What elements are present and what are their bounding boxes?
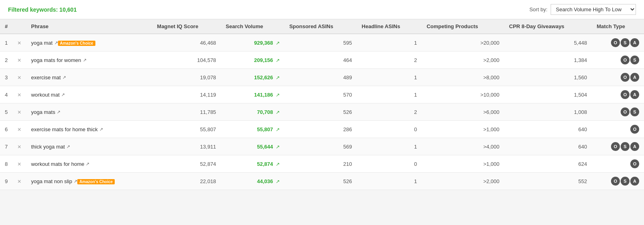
match-badge-o[interactable]: O	[621, 73, 630, 82]
magnet-score-cell: 13,911	[152, 138, 221, 155]
phrase-cell: yoga mats for women ↗	[26, 52, 152, 69]
external-link-icon: ↗	[74, 179, 77, 184]
remove-button[interactable]: ✕	[12, 121, 26, 138]
trend-icon: ↗	[274, 127, 279, 132]
close-icon[interactable]: ✕	[17, 144, 21, 150]
table-row: 5✕yoga mats ↗11,78570,708 ↗5262>6,0001,0…	[0, 103, 644, 121]
phrase-link[interactable]: yoga mats for women ↗	[31, 57, 86, 63]
table-header: # Phrase Magnet IQ Score Search Volume S…	[0, 19, 644, 34]
trend-icon: ↗	[274, 161, 279, 167]
row-number: 3	[0, 69, 12, 86]
close-icon[interactable]: ✕	[17, 179, 21, 184]
close-icon[interactable]: ✕	[17, 40, 21, 46]
col-header-num: #	[0, 19, 12, 34]
close-icon[interactable]: ✕	[17, 75, 21, 81]
match-badge-o[interactable]: O	[611, 177, 620, 186]
match-badge-o[interactable]: O	[621, 107, 630, 116]
phrase-cell: exercise mat ↗	[26, 69, 152, 86]
trend-icon: ↗	[274, 40, 279, 46]
close-icon[interactable]: ✕	[17, 92, 21, 98]
remove-button[interactable]: ✕	[12, 34, 26, 52]
match-badge-s[interactable]: S	[621, 142, 630, 151]
match-badge-s[interactable]: S	[630, 56, 639, 64]
phrase-link[interactable]: workout mats for home ↗	[31, 161, 89, 167]
phrase-link[interactable]: yoga mat ↗	[31, 40, 58, 46]
match-badge-a[interactable]: A	[630, 38, 639, 47]
remove-button[interactable]: ✕	[12, 52, 26, 69]
phrase-link[interactable]: exercise mat ↗	[31, 74, 66, 81]
remove-button[interactable]: ✕	[12, 103, 26, 121]
competing-products-cell: >1,000	[422, 121, 504, 138]
sort-select[interactable]: Search Volume High To Low Search Volume …	[551, 4, 636, 15]
match-badge-s[interactable]: S	[630, 107, 639, 116]
match-badge-o[interactable]: O	[630, 125, 639, 134]
volume-value: 152,626	[254, 74, 273, 81]
row-number: 7	[0, 138, 12, 155]
competing-products-cell: >10,000	[422, 86, 504, 103]
phrase-cell: thick yoga mat ↗	[26, 138, 152, 155]
competing-products-cell: >2,000	[422, 52, 504, 69]
volume-value: 209,156	[254, 57, 273, 63]
table-row: 8✕workout mats for home ↗52,87452,874 ↗2…	[0, 155, 644, 173]
close-icon[interactable]: ✕	[17, 109, 21, 115]
match-badge-o[interactable]: O	[621, 56, 630, 64]
match-badge-a[interactable]: A	[630, 142, 639, 151]
remove-button[interactable]: ✕	[12, 138, 26, 155]
phrase-link[interactable]: yoga mats ↗	[31, 109, 60, 115]
close-icon[interactable]: ✕	[17, 127, 21, 132]
phrase-link[interactable]: workout mat ↗	[31, 92, 65, 98]
col-header-remove	[12, 19, 26, 34]
trend-icon: ↗	[274, 144, 279, 150]
volume-value: 52,874	[257, 161, 273, 167]
headline-asins-cell: 0	[357, 155, 422, 173]
headline-asins-cell: 1	[357, 138, 422, 155]
magnet-score-cell: 55,807	[152, 121, 221, 138]
magnet-score-cell: 19,078	[152, 69, 221, 86]
table-row: 9✕yoga mat non slip ↗Amazon's Choice22,0…	[0, 173, 644, 190]
match-badge-s[interactable]: S	[621, 38, 630, 47]
remove-button[interactable]: ✕	[12, 86, 26, 103]
match-badge-a[interactable]: A	[630, 177, 639, 186]
magnet-score-cell: 11,785	[152, 103, 221, 121]
match-badge-a[interactable]: A	[630, 73, 639, 82]
competing-products-cell: >2,000	[422, 173, 504, 190]
match-badge-a[interactable]: A	[630, 90, 639, 99]
phrase-cell: workout mat ↗	[26, 86, 152, 103]
phrase-link[interactable]: thick yoga mat ↗	[31, 144, 70, 150]
close-icon[interactable]: ✕	[17, 161, 21, 167]
match-badge-o[interactable]: O	[611, 38, 620, 47]
match-type-cell: OSA	[592, 138, 644, 155]
match-type-cell: O	[592, 121, 644, 138]
headline-asins-cell: 2	[357, 52, 422, 69]
table-row: 2✕yoga mats for women ↗104,578209,156 ↗4…	[0, 52, 644, 69]
remove-button[interactable]: ✕	[12, 69, 26, 86]
phrase-link[interactable]: exercise mats for home thick ↗	[31, 126, 103, 132]
volume-value: 70,708	[257, 109, 273, 115]
match-badge-o[interactable]: O	[630, 159, 639, 168]
phrase-link[interactable]: yoga mat non slip ↗	[31, 178, 77, 184]
trend-icon: ↗	[274, 179, 279, 184]
close-icon[interactable]: ✕	[17, 58, 21, 63]
remove-button[interactable]: ✕	[12, 173, 26, 190]
col-header-volume: Search Volume	[221, 19, 285, 34]
magnet-score-cell: 14,119	[152, 86, 221, 103]
search-volume-cell: 929,368 ↗	[221, 34, 285, 52]
cpr-giveaways-cell: 1,504	[504, 86, 592, 103]
external-link-icon: ↗	[61, 92, 65, 97]
sponsored-asins-cell: 286	[285, 121, 357, 138]
remove-button[interactable]: ✕	[12, 155, 26, 173]
sponsored-asins-cell: 526	[285, 173, 357, 190]
match-badge-o[interactable]: O	[611, 142, 620, 151]
row-number: 8	[0, 155, 12, 173]
row-number: 6	[0, 121, 12, 138]
cpr-giveaways-cell: 1,384	[504, 52, 592, 69]
match-badge-o[interactable]: O	[621, 90, 630, 99]
headline-asins-cell: 1	[357, 69, 422, 86]
search-volume-cell: 152,626 ↗	[221, 69, 285, 86]
match-badge-s[interactable]: S	[621, 177, 630, 186]
row-number: 2	[0, 52, 12, 69]
volume-value: 55,644	[257, 144, 273, 150]
headline-asins-cell: 0	[357, 121, 422, 138]
match-type-cell: OA	[592, 86, 644, 103]
cpr-giveaways-cell: 552	[504, 173, 592, 190]
